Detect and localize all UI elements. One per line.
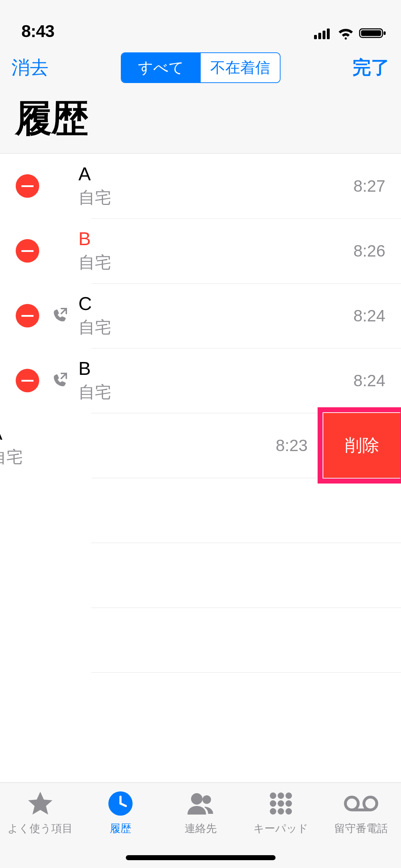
contact-name: B <box>78 228 111 249</box>
delete-indicator-icon[interactable] <box>16 174 39 198</box>
voicemail-icon <box>343 789 379 818</box>
svg-point-11 <box>278 792 284 799</box>
delete-button[interactable]: 削除 <box>323 413 401 478</box>
battery-icon <box>359 27 387 41</box>
svg-rect-6 <box>384 31 386 35</box>
contact-sub: 自宅 <box>78 381 111 403</box>
wifi-icon <box>337 27 355 41</box>
svg-point-19 <box>345 797 358 810</box>
contact-name: A <box>78 163 111 185</box>
status-time: 8:43 <box>21 21 54 41</box>
outgoing-call-icon <box>52 307 68 324</box>
svg-rect-3 <box>327 29 330 39</box>
page-title: 履歴 <box>0 89 401 153</box>
svg-point-20 <box>364 797 377 810</box>
tab-label: 連絡先 <box>185 821 217 836</box>
tab-voicemail[interactable]: 留守番電話 <box>321 783 401 868</box>
home-indicator[interactable] <box>126 855 276 860</box>
call-time: 8:24 <box>353 371 401 390</box>
clear-button[interactable]: 消去 <box>11 55 48 80</box>
call-time: 8:23 <box>276 436 323 455</box>
empty-row <box>91 672 401 737</box>
contact-name: A <box>0 423 23 444</box>
list-item[interactable]: A 自宅 8:27 <box>0 154 401 218</box>
keypad-icon <box>268 789 294 818</box>
svg-point-9 <box>202 795 211 804</box>
segmented-control[interactable]: すべて 不在着信 <box>121 52 281 83</box>
tab-label: 履歴 <box>110 821 131 836</box>
svg-point-17 <box>278 808 284 815</box>
done-button[interactable]: 完了 <box>353 55 390 80</box>
delete-indicator-icon[interactable] <box>16 239 39 263</box>
delete-indicator-icon[interactable] <box>16 304 39 327</box>
svg-rect-5 <box>361 30 381 36</box>
svg-rect-2 <box>323 31 325 39</box>
contact-sub: 自宅 <box>78 187 111 209</box>
status-indicators <box>314 27 387 41</box>
outgoing-call-icon <box>52 372 68 389</box>
empty-row <box>91 478 401 543</box>
clock-icon <box>107 789 134 818</box>
tab-label: 留守番電話 <box>334 821 388 836</box>
status-bar: 8:43 <box>0 0 401 46</box>
recents-list: A 自宅 8:27 B 自宅 8:26 <box>0 153 401 782</box>
contact-sub: 自宅 <box>78 252 111 274</box>
segment-missed[interactable]: 不在着信 <box>201 53 280 82</box>
tab-favorites[interactable]: よく使う項目 <box>0 783 80 868</box>
segment-all[interactable]: すべて <box>122 53 201 82</box>
svg-rect-1 <box>318 33 321 39</box>
star-icon <box>26 789 54 818</box>
list-item[interactable]: A 自宅 8:23 削除 <box>0 413 401 478</box>
list-item[interactable]: C 自宅 8:24 <box>0 283 401 348</box>
call-time: 8:26 <box>353 241 401 260</box>
svg-rect-0 <box>314 35 317 39</box>
contacts-icon <box>185 789 217 818</box>
svg-point-13 <box>270 800 276 807</box>
list-item[interactable]: B 自宅 8:26 <box>0 218 401 283</box>
svg-point-18 <box>286 808 292 815</box>
contact-sub: 自宅 <box>78 316 111 339</box>
svg-point-15 <box>286 800 292 807</box>
svg-point-16 <box>270 808 276 815</box>
tab-label: キーパッド <box>253 821 308 836</box>
svg-point-12 <box>286 792 292 799</box>
call-time: 8:24 <box>353 306 401 325</box>
contact-name: B <box>78 358 111 379</box>
delete-indicator-icon[interactable] <box>16 369 39 392</box>
svg-point-8 <box>191 793 202 805</box>
empty-row <box>91 608 401 672</box>
svg-point-14 <box>278 800 284 807</box>
call-time: 8:27 <box>353 176 401 196</box>
cellular-icon <box>314 27 333 41</box>
empty-row <box>91 543 401 608</box>
tab-label: よく使う項目 <box>7 821 73 836</box>
contact-name: C <box>78 293 111 314</box>
contact-sub: 自宅 <box>0 446 23 468</box>
svg-point-10 <box>270 792 276 799</box>
call-type-slot <box>39 307 68 324</box>
nav-bar: 消去 すべて 不在着信 完了 <box>0 46 401 89</box>
call-type-slot <box>39 372 68 389</box>
list-item[interactable]: B 自宅 8:24 <box>0 348 401 413</box>
